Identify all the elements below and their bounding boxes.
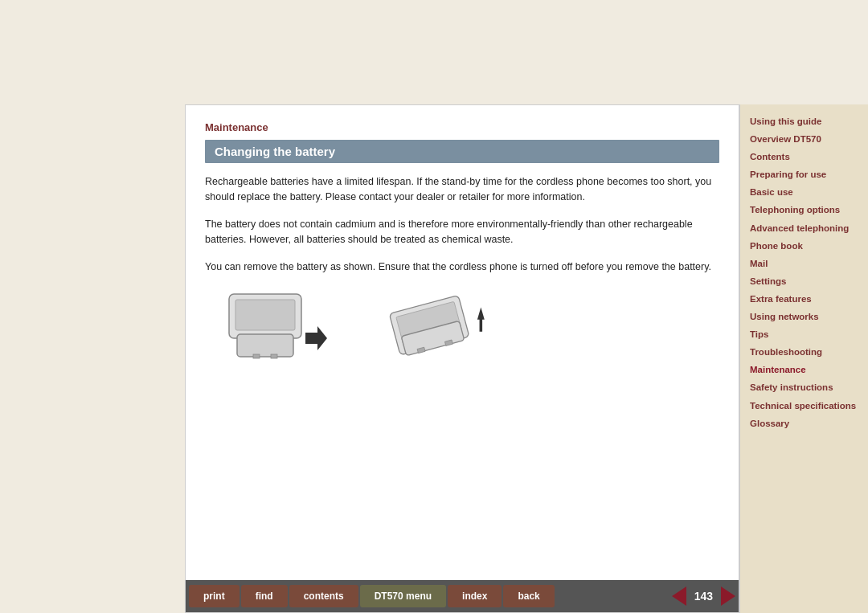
back-button[interactable]: back bbox=[503, 585, 554, 607]
sidebar-item-extra-features[interactable]: Extra features bbox=[747, 290, 862, 308]
page-number: 143 bbox=[694, 590, 713, 603]
next-page-button[interactable] bbox=[721, 586, 735, 606]
toolbar: print find contents DT570 menu index bac… bbox=[186, 580, 739, 612]
paragraph-1: Rechargeable batteries have a limited li… bbox=[205, 174, 719, 206]
contents-button[interactable]: contents bbox=[289, 585, 358, 607]
svg-marker-5 bbox=[305, 326, 327, 350]
dt570-menu-button[interactable]: DT570 menu bbox=[360, 585, 446, 607]
sidebar: Using this guideOverview DT570ContentsPr… bbox=[739, 104, 868, 613]
battery-image-1 bbox=[213, 286, 342, 374]
sidebar-item-phone-book[interactable]: Phone book bbox=[747, 237, 862, 255]
sidebar-item-using-networks[interactable]: Using networks bbox=[747, 308, 862, 325]
find-button[interactable]: find bbox=[241, 585, 288, 607]
sidebar-item-preparing-for-use[interactable]: Preparing for use bbox=[747, 166, 862, 183]
main-area: Maintenance Changing the battery Recharg… bbox=[0, 104, 868, 613]
sidebar-item-basic-use[interactable]: Basic use bbox=[747, 183, 862, 201]
sidebar-item-safety-instructions[interactable]: Safety instructions bbox=[747, 378, 862, 396]
svg-rect-4 bbox=[271, 354, 277, 358]
top-space bbox=[0, 0, 868, 104]
svg-rect-3 bbox=[253, 354, 260, 358]
sidebar-item-advanced-telephoning[interactable]: Advanced telephoning bbox=[747, 219, 862, 237]
prev-page-button[interactable] bbox=[672, 586, 686, 606]
print-button[interactable]: print bbox=[189, 585, 240, 607]
sidebar-item-glossary[interactable]: Glossary bbox=[747, 415, 862, 432]
sidebar-item-telephoning-options[interactable]: Telephoning options bbox=[747, 201, 862, 219]
paragraph-2: The battery does not contain cadmium and… bbox=[205, 217, 719, 248]
sidebar-item-maintenance[interactable]: Maintenance bbox=[747, 361, 862, 378]
content-panel: Maintenance Changing the battery Recharg… bbox=[185, 104, 739, 613]
page-nav: 143 bbox=[672, 586, 735, 606]
sidebar-item-contents[interactable]: Contents bbox=[747, 148, 862, 166]
svg-rect-1 bbox=[235, 300, 295, 330]
page-wrapper: Maintenance Changing the battery Recharg… bbox=[0, 0, 868, 613]
content-body: Maintenance Changing the battery Recharg… bbox=[186, 105, 739, 580]
section-breadcrumb: Maintenance bbox=[205, 121, 719, 133]
battery-image-2 bbox=[374, 286, 502, 374]
svg-marker-11 bbox=[477, 307, 485, 319]
sidebar-item-overview-dt570[interactable]: Overview DT570 bbox=[747, 130, 862, 148]
index-button[interactable]: index bbox=[448, 585, 502, 607]
section-title: Changing the battery bbox=[205, 140, 719, 163]
left-margin bbox=[0, 104, 185, 613]
sidebar-item-troubleshooting[interactable]: Troubleshooting bbox=[747, 343, 862, 361]
battery-images-row bbox=[205, 286, 719, 374]
svg-rect-2 bbox=[237, 334, 293, 357]
sidebar-item-using-this-guide[interactable]: Using this guide bbox=[747, 112, 862, 130]
sidebar-item-settings[interactable]: Settings bbox=[747, 272, 862, 290]
sidebar-item-technical-specifications[interactable]: Technical specifications bbox=[747, 397, 862, 415]
sidebar-item-tips[interactable]: Tips bbox=[747, 325, 862, 343]
sidebar-item-mail[interactable]: Mail bbox=[747, 255, 862, 272]
svg-rect-12 bbox=[480, 319, 483, 332]
paragraph-3: You can remove the battery as shown. Ens… bbox=[205, 260, 719, 275]
